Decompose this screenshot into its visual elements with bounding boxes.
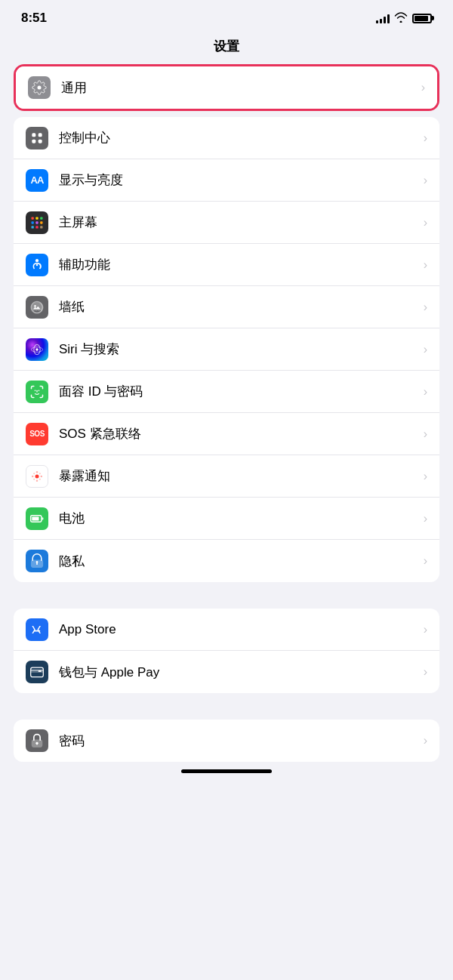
- svg-rect-37: [39, 670, 42, 672]
- svg-point-20: [39, 390, 40, 391]
- svg-rect-0: [32, 133, 35, 137]
- settings-item-siri[interactable]: Siri 与搜索 ›: [14, 328, 439, 371]
- face-id-chevron: ›: [424, 385, 427, 399]
- gear-icon: [28, 76, 51, 99]
- settings-item-accessibility[interactable]: 辅助功能 ›: [14, 244, 439, 286]
- settings-item-app-store[interactable]: App Store ›: [14, 609, 439, 651]
- password-group: 密码 ›: [14, 720, 439, 762]
- battery-chevron: ›: [424, 512, 427, 525]
- app-store-icon: [26, 618, 48, 641]
- siri-label: Siri 与搜索: [59, 341, 418, 358]
- exposure-label: 暴露通知: [59, 467, 418, 485]
- general-chevron: ›: [421, 81, 425, 94]
- settings-item-sos[interactable]: SOS SOS 紧急联络 ›: [14, 413, 439, 455]
- accessibility-chevron: ›: [424, 258, 427, 272]
- password-chevron: ›: [424, 734, 427, 747]
- svg-point-24: [32, 475, 34, 477]
- settings-item-privacy[interactable]: 隐私 ›: [14, 540, 439, 582]
- settings-item-face-id[interactable]: 面容 ID 与密码 ›: [14, 371, 439, 413]
- settings-item-wallet[interactable]: 钱包与 Apple Pay ›: [14, 651, 439, 693]
- settings-item-battery[interactable]: 电池 ›: [14, 498, 439, 540]
- control-center-icon: [26, 127, 48, 149]
- svg-point-28: [33, 478, 35, 479]
- settings-item-wallpaper[interactable]: 墙纸 ›: [14, 286, 439, 328]
- privacy-chevron: ›: [424, 554, 427, 568]
- svg-point-13: [35, 259, 39, 262]
- svg-rect-2: [32, 139, 35, 143]
- wallet-label: 钱包与 Apple Pay: [59, 664, 418, 681]
- svg-rect-7: [32, 221, 34, 223]
- home-screen-label: 主屏幕: [59, 214, 418, 231]
- svg-point-34: [36, 561, 39, 563]
- siri-chevron: ›: [424, 343, 427, 356]
- svg-rect-12: [40, 226, 42, 228]
- control-center-chevron: ›: [424, 131, 427, 145]
- settings-item-exposure[interactable]: 暴露通知 ›: [14, 455, 439, 498]
- home-bar: [181, 769, 272, 773]
- accessibility-label: 辅助功能: [59, 256, 418, 273]
- exposure-icon: [26, 465, 48, 488]
- svg-point-27: [39, 473, 41, 474]
- home-screen-icon: [26, 211, 48, 234]
- settings-item-display[interactable]: AA 显示与亮度 ›: [14, 159, 439, 202]
- battery-label: 电池: [59, 510, 418, 527]
- svg-rect-36: [31, 670, 44, 673]
- control-center-label: 控制中心: [59, 129, 418, 146]
- exposure-chevron: ›: [424, 470, 427, 483]
- svg-point-29: [39, 478, 41, 479]
- svg-rect-32: [32, 516, 39, 520]
- siri-icon: [26, 338, 48, 361]
- status-icons: [376, 12, 432, 25]
- svg-rect-1: [39, 133, 42, 137]
- general-label: 通用: [61, 79, 415, 97]
- wifi-icon: [394, 12, 408, 25]
- status-time: 8:51: [21, 11, 47, 26]
- settings-list: 通用 › 控制中心 › AA 显示与亮度 ›: [0, 64, 453, 762]
- svg-rect-4: [32, 217, 34, 219]
- privacy-icon: [26, 550, 48, 572]
- settings-item-home-screen[interactable]: 主屏幕 ›: [14, 202, 439, 244]
- wallet-chevron: ›: [424, 665, 427, 679]
- svg-point-25: [41, 475, 43, 477]
- wallpaper-label: 墙纸: [59, 298, 418, 316]
- home-screen-chevron: ›: [424, 216, 427, 230]
- svg-rect-6: [40, 217, 42, 219]
- main-settings-group: 控制中心 › AA 显示与亮度 ›: [14, 117, 439, 582]
- svg-rect-31: [42, 517, 44, 519]
- svg-rect-5: [35, 217, 38, 219]
- svg-point-14: [36, 263, 39, 266]
- app-store-chevron: ›: [424, 623, 427, 636]
- sos-chevron: ›: [424, 427, 427, 441]
- face-id-icon: [26, 381, 48, 403]
- privacy-label: 隐私: [59, 553, 418, 570]
- svg-point-19: [35, 390, 36, 391]
- wallpaper-chevron: ›: [424, 300, 427, 314]
- settings-item-general[interactable]: 通用 ›: [16, 66, 437, 109]
- app-store-label: App Store: [59, 622, 418, 637]
- sos-label: SOS 紧急联络: [59, 425, 418, 442]
- password-icon: [26, 729, 48, 752]
- svg-point-22: [36, 470, 39, 473]
- general-group: 通用 ›: [14, 64, 439, 111]
- signal-icon: [376, 14, 390, 23]
- status-bar: 8:51: [0, 0, 453, 32]
- home-indicator: [0, 762, 453, 779]
- battery-settings-icon: [26, 507, 48, 530]
- svg-rect-9: [40, 221, 42, 223]
- wallet-icon: [26, 661, 48, 683]
- store-group: App Store › 钱包与 Apple Pay ›: [14, 609, 439, 693]
- settings-item-control-center[interactable]: 控制中心 ›: [14, 117, 439, 159]
- battery-icon: [412, 14, 432, 23]
- settings-item-password[interactable]: 密码 ›: [14, 720, 439, 762]
- svg-point-26: [33, 473, 35, 474]
- display-label: 显示与亮度: [59, 171, 418, 189]
- password-label: 密码: [59, 732, 418, 750]
- svg-point-18: [35, 348, 38, 350]
- wallpaper-icon: [26, 296, 48, 319]
- sos-icon: SOS: [26, 423, 48, 445]
- svg-rect-11: [35, 226, 38, 228]
- display-icon: AA: [26, 169, 48, 192]
- svg-point-23: [36, 479, 39, 482]
- svg-rect-3: [39, 139, 42, 143]
- page-title: 设置: [0, 32, 453, 64]
